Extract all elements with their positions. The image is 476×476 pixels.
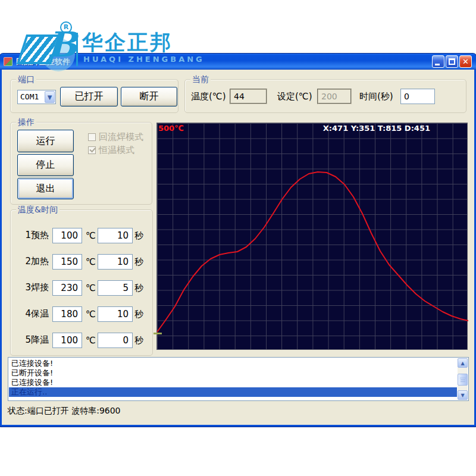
profile-row: 1预热℃秒 — [11, 228, 152, 243]
log-items: 已连接设备!已断开设备!已连接设备!正在运行.. — [9, 359, 457, 397]
run-button[interactable]: 运行 — [17, 130, 74, 152]
stage-time-field[interactable] — [98, 306, 133, 322]
stage-temp-field[interactable] — [52, 306, 82, 322]
stage-temp-field[interactable] — [52, 228, 82, 243]
reflow-mode-label: 回流焊模式 — [99, 131, 143, 143]
status-bar-text: 状态:端口已打开 波特率:9600 — [8, 406, 121, 416]
log-listbox[interactable]: 已连接设备!已断开设备!已连接设备!正在运行.. ▲ ▼ — [8, 357, 469, 401]
exit-button[interactable]: 退出 — [17, 178, 74, 199]
stop-button[interactable]: 停止 — [17, 154, 74, 176]
elapsed-time-label: 时间(秒) — [359, 91, 393, 102]
stage-label: 4保温 — [25, 308, 49, 320]
stage-temp-field[interactable] — [52, 333, 82, 348]
app-window: 回流焊监控软件 ✕ 端口 COM1 ▼ 已打开 断开 当前 温度(℃) 设定(℃… — [0, 54, 476, 427]
seconds-unit-label: 秒 — [134, 335, 143, 346]
constant-mode-checkbox-row: 恒温模式 — [88, 145, 134, 156]
scroll-up-icon[interactable]: ▲ — [458, 358, 468, 368]
client-area: 端口 COM1 ▼ 已打开 断开 当前 温度(℃) 设定(℃) 时间(秒) 操作… — [2, 70, 474, 425]
brand-name-chinese: 华企正邦 — [82, 29, 173, 57]
setpoint-field — [317, 89, 352, 104]
disconnect-button[interactable]: 断开 — [121, 87, 177, 107]
scrollbar-thumb[interactable] — [458, 374, 468, 386]
scroll-down-icon[interactable]: ▼ — [458, 390, 468, 400]
current-level-marker — [154, 333, 162, 334]
temperature-chart[interactable]: 500℃ X:471 Y:351 T:815 D:451 — [156, 123, 468, 350]
profile-row: 5降温℃秒 — [11, 333, 152, 348]
log-item[interactable]: 正在运行.. — [9, 387, 457, 397]
reflow-mode-checkbox[interactable] — [88, 133, 96, 141]
profile-row: 4保温℃秒 — [11, 306, 152, 322]
reflow-mode-checkbox-row: 回流焊模式 — [88, 131, 143, 143]
current-groupbox: 当前 温度(℃) 设定(℃) 时间(秒) — [184, 79, 466, 113]
y-axis-max-label: 500℃ — [158, 124, 184, 133]
seconds-unit-label: 秒 — [134, 230, 143, 242]
stage-temp-field[interactable] — [52, 254, 82, 270]
celsius-unit-label: ℃ — [86, 309, 96, 320]
curve-canvas — [157, 123, 468, 350]
elapsed-time-field[interactable] — [400, 89, 435, 104]
open-port-button[interactable]: 已打开 — [60, 87, 118, 107]
setpoint-label: 设定(℃) — [277, 91, 312, 102]
seconds-unit-label: 秒 — [134, 283, 143, 294]
profile-row: 3焊接℃秒 — [11, 280, 152, 296]
current-temp-label: 温度(℃) — [191, 91, 226, 102]
title-bar[interactable]: 回流焊监控软件 ✕ — [0, 54, 476, 70]
current-temp-field — [230, 89, 267, 104]
celsius-unit-label: ℃ — [86, 283, 96, 293]
close-button[interactable]: ✕ — [459, 55, 472, 68]
window-controls: ✕ — [432, 55, 472, 68]
stage-label: 2加热 — [25, 256, 49, 267]
log-item[interactable]: 已断开设备! — [9, 368, 457, 378]
stage-label: 1预热 — [25, 230, 49, 241]
stage-label: 5降温 — [25, 334, 49, 346]
maximize-button[interactable] — [446, 55, 458, 68]
profile-group-label: 温度&时间 — [16, 205, 60, 215]
com-port-select[interactable]: COM1 ▼ — [17, 90, 56, 104]
stage-label: 3焊接 — [25, 282, 49, 293]
log-item[interactable]: 已连接设备! — [9, 378, 457, 387]
constant-mode-checkbox[interactable] — [88, 146, 96, 154]
operation-group-label: 操作 — [16, 117, 36, 128]
window-title: 回流焊监控软件 — [16, 57, 70, 67]
port-group-label: 端口 — [16, 74, 36, 85]
constant-mode-label: 恒温模式 — [99, 145, 134, 156]
minimize-icon — [435, 64, 440, 65]
stage-time-field[interactable] — [98, 280, 133, 296]
log-scrollbar[interactable]: ▲ ▼ — [458, 358, 468, 400]
celsius-unit-label: ℃ — [86, 256, 96, 267]
maximize-icon — [449, 58, 455, 65]
profile-row: 2加热℃秒 — [11, 254, 152, 270]
chevron-down-icon[interactable]: ▼ — [45, 91, 55, 103]
celsius-unit-label: ℃ — [86, 230, 96, 241]
minimize-button[interactable] — [432, 55, 444, 68]
celsius-unit-label: ℃ — [86, 335, 96, 346]
seconds-unit-label: 秒 — [134, 256, 143, 268]
stage-time-field[interactable] — [98, 254, 133, 270]
com-port-value: COM1 — [20, 92, 39, 101]
port-groupbox: 端口 COM1 ▼ 已打开 断开 — [10, 79, 178, 113]
log-item[interactable]: 已连接设备! — [9, 359, 457, 368]
operation-groupbox: 操作 运行 停止 退出 回流焊模式 恒温模式 — [10, 122, 152, 205]
app-icon[interactable] — [4, 57, 12, 66]
cursor-readout: X:471 Y:351 T:815 D:451 — [323, 124, 430, 133]
stage-time-field[interactable] — [98, 228, 133, 243]
temperature-curve — [157, 172, 468, 332]
stage-time-field[interactable] — [98, 333, 133, 348]
stage-temp-field[interactable] — [52, 280, 82, 296]
profile-groupbox: 温度&时间 1预热℃秒2加热℃秒3焊接℃秒4保温℃秒5降温℃秒 — [10, 209, 153, 356]
registered-trademark-icon: R — [60, 21, 72, 33]
seconds-unit-label: 秒 — [134, 309, 143, 320]
current-group-label: 当前 — [190, 74, 211, 85]
